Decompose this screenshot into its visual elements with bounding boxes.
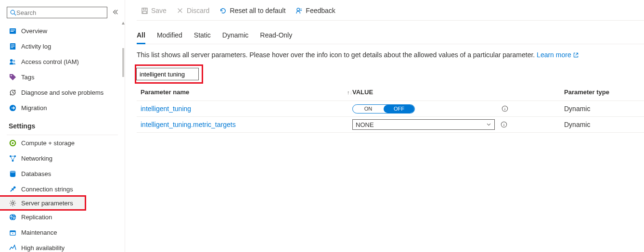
reset-label: Reset all to default xyxy=(230,7,285,14)
svg-rect-30 xyxy=(142,11,146,13)
parameter-filter[interactable] xyxy=(136,68,199,80)
sidebar-item-diagnose[interactable]: Diagnose and solve problems xyxy=(0,85,125,100)
svg-point-22 xyxy=(12,202,14,204)
table-header: Parameter name ↑↓ VALUE Parameter type xyxy=(137,84,644,101)
sidebar-item-server-parameters[interactable]: Server parameters xyxy=(0,195,86,211)
column-parameter-type[interactable]: Parameter type xyxy=(564,88,644,96)
tab-static[interactable]: Static xyxy=(194,31,211,44)
info-icon[interactable] xyxy=(501,121,507,128)
svg-rect-29 xyxy=(143,8,146,10)
sidebar-search[interactable] xyxy=(7,7,107,18)
tab-modified[interactable]: Modified xyxy=(157,31,182,44)
tab-dynamic[interactable]: Dynamic xyxy=(222,31,248,44)
svg-rect-4 xyxy=(10,31,13,31)
sidebar-item-label: Overview xyxy=(21,27,47,35)
sidebar-item-databases[interactable]: Databases xyxy=(0,166,125,181)
sidebar-item-connection-strings[interactable]: Connection strings xyxy=(0,181,125,197)
sidebar-scrollbar[interactable] xyxy=(122,0,125,252)
select-value: NONE xyxy=(356,121,374,128)
collapse-sidebar-button[interactable] xyxy=(111,8,120,18)
svg-point-9 xyxy=(10,59,13,62)
sort-icon[interactable]: ↑↓ xyxy=(347,89,352,95)
toggle-on[interactable]: ON xyxy=(353,105,384,113)
svg-point-11 xyxy=(11,75,12,76)
feedback-label: Feedback xyxy=(306,7,335,14)
database-icon xyxy=(9,170,16,177)
search-icon xyxy=(10,10,16,16)
sidebar-item-tags[interactable]: Tags xyxy=(0,69,125,85)
sidebar-item-overview[interactable]: Overview xyxy=(0,23,125,38)
sidebar-item-migration[interactable]: Migration xyxy=(0,100,125,115)
save-button[interactable]: Save xyxy=(137,5,170,16)
chevron-down-icon xyxy=(486,121,491,128)
info-icon[interactable] xyxy=(502,105,508,112)
discard-button[interactable]: Discard xyxy=(172,5,213,16)
sidebar-item-label: Diagnose and solve problems xyxy=(21,89,103,96)
learn-more-link[interactable]: Learn more xyxy=(537,51,578,59)
filter-highlight xyxy=(135,64,203,84)
tag-icon xyxy=(9,73,16,81)
toggle-off[interactable]: OFF xyxy=(384,105,414,113)
tab-all[interactable]: All xyxy=(137,31,145,44)
networking-icon xyxy=(9,154,16,162)
sidebar-item-label: Networking xyxy=(21,155,52,162)
parameter-link[interactable]: intelligent_tuning xyxy=(141,105,191,113)
column-value[interactable]: VALUE xyxy=(352,88,564,96)
external-link-icon xyxy=(573,52,579,58)
toggle-control[interactable]: ON OFF xyxy=(352,104,415,113)
feedback-button[interactable]: Feedback xyxy=(291,5,339,16)
select-control[interactable]: NONE xyxy=(352,119,495,130)
parameter-filter-input[interactable] xyxy=(140,71,220,78)
svg-rect-7 xyxy=(11,46,14,46)
compute-icon xyxy=(9,139,16,147)
tab-readonly[interactable]: Read-Only xyxy=(260,31,292,44)
gear-icon xyxy=(9,199,16,207)
sidebar-item-high-availability[interactable]: High availability xyxy=(0,240,125,252)
svg-point-20 xyxy=(10,170,15,173)
replication-icon xyxy=(9,213,16,221)
connection-icon xyxy=(9,185,16,193)
save-label: Save xyxy=(151,7,167,14)
sidebar-item-label: Replication xyxy=(21,214,52,221)
svg-point-31 xyxy=(297,8,300,11)
parameter-link[interactable]: intelligent_tuning.metric_targets xyxy=(141,121,236,128)
save-icon xyxy=(141,7,148,14)
parameter-type-value: Dynamic xyxy=(564,105,644,113)
sidebar-item-iam[interactable]: Access control (IAM) xyxy=(0,54,125,69)
sidebar-search-input[interactable] xyxy=(16,9,104,16)
feedback-icon xyxy=(295,7,303,14)
sidebar-item-networking[interactable]: Networking xyxy=(0,151,125,166)
sidebar-item-compute-storage[interactable]: Compute + storage xyxy=(0,135,125,151)
maintenance-icon xyxy=(9,228,16,236)
sidebar-item-label: Activity log xyxy=(21,43,51,50)
sidebar-section-settings: Settings xyxy=(0,115,125,133)
sidebar-item-replication[interactable]: Replication xyxy=(0,209,125,225)
tabs: All Modified Static Dynamic Read-Only xyxy=(137,21,644,44)
table-row: intelligent_tuning ON OFF Dynamic xyxy=(137,101,644,117)
discard-label: Discard xyxy=(187,7,209,14)
sidebar-item-label: Access control (IAM) xyxy=(21,58,79,65)
diagnose-icon xyxy=(9,88,16,96)
reset-button[interactable]: Reset all to default xyxy=(215,5,289,16)
activity-log-icon xyxy=(9,42,16,50)
svg-point-0 xyxy=(11,10,14,14)
column-parameter-name[interactable]: Parameter name xyxy=(141,88,189,96)
overview-icon xyxy=(9,27,16,35)
sidebar-item-label: Compute + storage xyxy=(21,139,75,147)
sidebar-item-label: Databases xyxy=(21,170,51,177)
table-row: intelligent_tuning.metric_targets NONE D… xyxy=(137,117,644,133)
svg-line-1 xyxy=(14,13,16,15)
toolbar: Save Discard Reset all to default Feedba… xyxy=(137,0,644,21)
svg-point-15 xyxy=(12,142,13,144)
sidebar-item-activity-log[interactable]: Activity log xyxy=(0,38,125,54)
sidebar-item-label: Migration xyxy=(21,104,47,112)
svg-point-21 xyxy=(13,186,15,189)
sidebar: ▲ Overview Activity log Access control (… xyxy=(0,0,125,252)
sidebar-item-maintenance[interactable]: Maintenance xyxy=(0,225,125,240)
svg-rect-8 xyxy=(11,47,13,48)
main-content: Save Discard Reset all to default Feedba… xyxy=(125,0,644,252)
info-text-content: This list shows all server parameters. P… xyxy=(137,51,537,59)
sidebar-item-label: Server parameters xyxy=(21,200,73,207)
sidebar-item-label: High availability xyxy=(21,244,64,252)
discard-icon xyxy=(176,7,184,14)
